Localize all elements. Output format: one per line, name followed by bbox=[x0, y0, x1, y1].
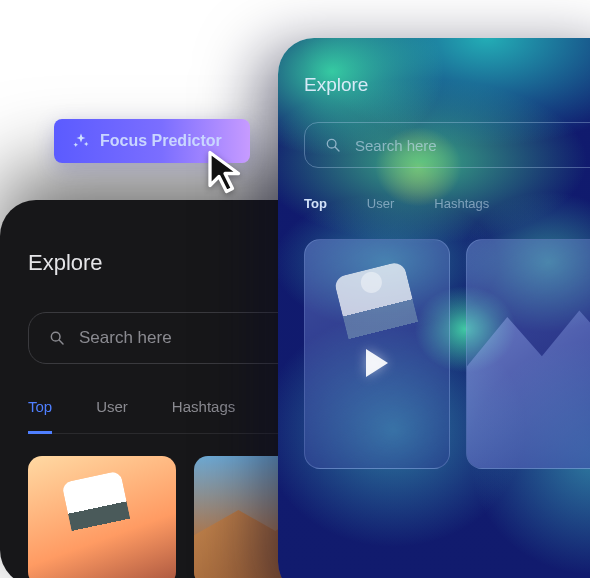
svg-line-3 bbox=[335, 147, 339, 151]
thumbnail-skateboarder[interactable] bbox=[28, 456, 176, 578]
tabs-row: Top User Hashtags bbox=[304, 196, 590, 211]
svg-line-1 bbox=[59, 340, 63, 344]
tab-top[interactable]: Top bbox=[28, 398, 52, 434]
search-icon bbox=[49, 329, 65, 347]
tab-hashtags[interactable]: Hashtags bbox=[434, 196, 489, 211]
search-icon bbox=[325, 136, 341, 154]
phone-screen-heatmap: Explore Top User Hashtags bbox=[278, 38, 590, 578]
tab-user[interactable]: User bbox=[367, 196, 394, 211]
svg-point-2 bbox=[327, 139, 336, 148]
thumbnail-mountain[interactable] bbox=[466, 239, 590, 469]
sparkle-icon bbox=[72, 132, 90, 150]
thumbnail-row bbox=[304, 239, 590, 469]
tab-user[interactable]: User bbox=[96, 398, 128, 433]
tab-hashtags[interactable]: Hashtags bbox=[172, 398, 235, 433]
page-title: Explore bbox=[304, 74, 590, 96]
cursor-icon bbox=[204, 148, 252, 196]
play-icon bbox=[366, 349, 388, 377]
search-input[interactable] bbox=[355, 137, 590, 154]
svg-point-0 bbox=[51, 332, 60, 341]
thumbnail-skateboarder[interactable] bbox=[304, 239, 450, 469]
search-field[interactable] bbox=[304, 122, 590, 168]
tab-top[interactable]: Top bbox=[304, 196, 327, 211]
